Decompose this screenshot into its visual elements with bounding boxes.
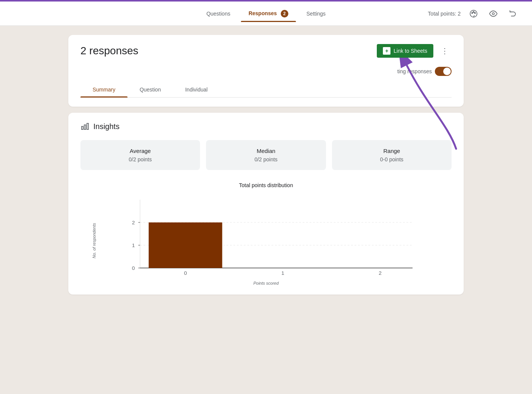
responses-title: 2 responses [80, 45, 139, 57]
svg-text:1: 1 [281, 271, 284, 276]
stat-range: Range 0-0 points [332, 140, 452, 170]
tab-individual[interactable]: Individual [173, 82, 220, 97]
header-tabs: Questions Responses 2 Settings [199, 7, 333, 20]
accepting-responses-label: ting responses [397, 68, 432, 74]
view-tabs: Summary Question Individual [80, 82, 452, 98]
y-axis-label: No. of respondents [92, 223, 96, 258]
tab-summary[interactable]: Summary [80, 82, 127, 97]
insights-card: Insights Average 0/2 points Median 0/2 p… [68, 113, 464, 295]
stat-range-label: Range [340, 148, 444, 154]
svg-point-2 [473, 11, 474, 13]
sheets-plus-icon: + [383, 47, 390, 55]
tab-questions[interactable]: Questions [199, 8, 238, 20]
header-icons [467, 7, 520, 20]
tab-settings[interactable]: Settings [299, 8, 334, 20]
svg-text:2: 2 [132, 220, 135, 225]
x-axis-label: Points scored [96, 281, 436, 285]
svg-point-3 [474, 12, 475, 13]
insights-icon [80, 122, 90, 131]
palette-icon-btn[interactable] [467, 7, 480, 20]
responses-card: 2 responses + Link to Sheets ⋮ ting resp… [68, 35, 464, 107]
stat-range-value: 0-0 points [340, 156, 444, 162]
main-content: 2 responses + Link to Sheets ⋮ ting resp… [0, 26, 532, 310]
svg-text:2: 2 [379, 271, 382, 276]
svg-rect-7 [87, 123, 88, 129]
accepting-responses-toggle[interactable] [435, 67, 452, 76]
eye-icon [489, 9, 497, 18]
more-options-btn[interactable]: ⋮ [438, 44, 452, 58]
stat-median-label: Median [214, 148, 318, 154]
header-right: Total points: 2 [428, 7, 520, 20]
stat-average-label: Average [88, 148, 192, 154]
preview-icon-btn[interactable] [486, 7, 500, 20]
responses-badge: 2 [281, 10, 288, 17]
chart-area: 0 1 2 0 1 2 [118, 196, 421, 279]
svg-rect-6 [84, 125, 86, 129]
stat-median: Median 0/2 points [206, 140, 326, 170]
link-to-sheets-btn[interactable]: + Link to Sheets [377, 44, 433, 58]
undo-icon-btn[interactable] [506, 7, 520, 20]
toggle-row: ting responses [80, 67, 452, 76]
total-points: Total points: 2 [428, 11, 461, 17]
stats-row: Average 0/2 points Median 0/2 points Ran… [80, 140, 452, 170]
undo-icon [509, 9, 517, 18]
responses-card-header: 2 responses + Link to Sheets ⋮ [80, 44, 452, 58]
svg-text:0: 0 [184, 271, 187, 276]
tab-question[interactable]: Question [127, 82, 173, 97]
header: Questions Responses 2 Settings Total poi… [0, 2, 532, 26]
svg-rect-18 [149, 222, 222, 268]
chart-svg: 0 1 2 0 1 2 [118, 196, 421, 279]
stat-median-value: 0/2 points [214, 156, 318, 162]
palette-icon [469, 9, 478, 18]
card-actions: + Link to Sheets ⋮ [377, 44, 452, 58]
svg-point-4 [492, 13, 494, 15]
svg-text:1: 1 [132, 243, 135, 248]
stat-average-value: 0/2 points [88, 156, 192, 162]
tab-responses[interactable]: Responses 2 [241, 7, 296, 20]
insights-header: Insights [80, 122, 452, 131]
chart-title: Total points distribution [80, 182, 452, 188]
svg-point-1 [472, 12, 473, 13]
svg-rect-5 [82, 126, 83, 129]
svg-text:0: 0 [132, 266, 135, 271]
toggle-knob [443, 68, 451, 75]
stat-average: Average 0/2 points [80, 140, 200, 170]
